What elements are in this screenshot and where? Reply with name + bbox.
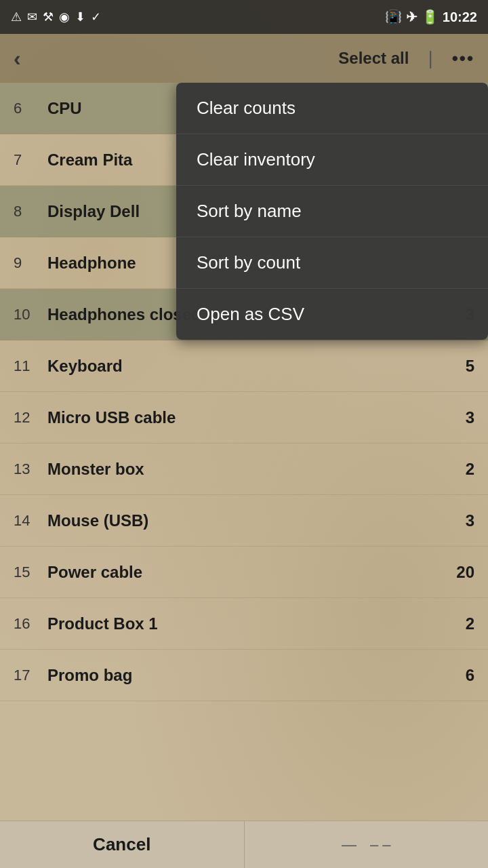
time-display: 10:22 [443, 9, 477, 25]
dropdown-item-open-as-csv[interactable]: Open as CSV [176, 289, 488, 340]
list-item[interactable]: 11 Keyboard 5 [0, 340, 488, 392]
cancel-button[interactable]: Cancel [0, 821, 245, 868]
dropdown-item-sort-by-count[interactable]: Sort by count [176, 237, 488, 289]
list-item-num: 17 [14, 667, 47, 684]
list-item-num: 11 [14, 357, 47, 375]
list-item-count: 2 [447, 460, 474, 479]
list-item[interactable]: 15 Power cable 20 [0, 547, 488, 598]
list-item-num: 14 [14, 512, 47, 530]
bottom-icon-2: – – [370, 836, 391, 854]
list-item-num: 7 [14, 151, 47, 169]
back-button[interactable]: ‹ [14, 46, 21, 71]
list-item-num: 6 [14, 100, 47, 117]
tools-icon: ⚒ [43, 9, 54, 24]
list-item-count: 6 [447, 666, 474, 685]
list-container: 6 CPU 7 Cream Pita 8 Display Dell 9 Head… [0, 83, 488, 821]
warning-icon: ⚠ [11, 9, 22, 24]
status-right-icons: 📳 ✈ 🔋 10:22 [385, 9, 477, 25]
list-item-name: Monster box [47, 460, 447, 479]
list-item-count: 3 [447, 408, 474, 427]
bottom-right-actions: — – – [245, 836, 489, 854]
list-item-num: 13 [14, 460, 47, 478]
list-item-num: 16 [14, 615, 47, 633]
list-item-count: 20 [447, 563, 474, 582]
list-item-num: 8 [14, 203, 47, 220]
download-icon: ⬇ [75, 9, 85, 24]
top-bar-divider: | [428, 47, 432, 69]
list-item-name: Promo bag [47, 666, 447, 685]
bottom-icon-1: — [342, 836, 357, 854]
list-item-num: 15 [14, 564, 47, 581]
mail-icon: ✉ [27, 9, 37, 24]
list-item-name: Power cable [47, 563, 447, 582]
bottom-bar: Cancel — – – [0, 821, 488, 868]
list-item-name: Keyboard [47, 357, 447, 376]
dropdown-menu: Clear countsClear inventorySort by nameS… [176, 83, 488, 340]
list-item-num: 12 [14, 409, 47, 427]
list-item[interactable]: 17 Promo bag 6 [0, 650, 488, 701]
dropdown-items: Clear countsClear inventorySort by nameS… [176, 83, 488, 340]
list-item-name: Mouse (USB) [47, 511, 447, 530]
more-options-button[interactable]: ••• [452, 48, 474, 69]
airplane-icon: ✈ [406, 9, 418, 25]
list-item[interactable]: 14 Mouse (USB) 3 [0, 495, 488, 547]
dropdown-item-clear-inventory[interactable]: Clear inventory [176, 134, 488, 186]
select-all-button[interactable]: Select all [338, 49, 409, 68]
list-item-count: 3 [447, 511, 474, 530]
top-bar: ‹ Select all | ••• [0, 34, 488, 83]
check-icon: ✓ [91, 9, 101, 24]
status-left-icons: ⚠ ✉ ⚒ ◉ ⬇ ✓ [11, 9, 101, 24]
list-item-count: 5 [447, 357, 474, 376]
settings-icon: ◉ [59, 9, 70, 24]
list-item-count: 2 [447, 614, 474, 633]
dropdown-item-clear-counts[interactable]: Clear counts [176, 83, 488, 134]
list-item-num: 9 [14, 254, 47, 272]
dropdown-item-sort-by-name[interactable]: Sort by name [176, 186, 488, 237]
list-item[interactable]: 12 Micro USB cable 3 [0, 392, 488, 443]
list-item-name: Micro USB cable [47, 408, 447, 427]
list-item-name: Product Box 1 [47, 614, 447, 633]
list-item-num: 10 [14, 306, 47, 323]
list-item[interactable]: 16 Product Box 1 2 [0, 598, 488, 650]
list-item[interactable]: 13 Monster box 2 [0, 443, 488, 495]
status-bar: ⚠ ✉ ⚒ ◉ ⬇ ✓ 📳 ✈ 🔋 10:22 [0, 0, 488, 34]
battery-icon: 🔋 [422, 9, 439, 25]
vibrate-icon: 📳 [385, 9, 402, 25]
